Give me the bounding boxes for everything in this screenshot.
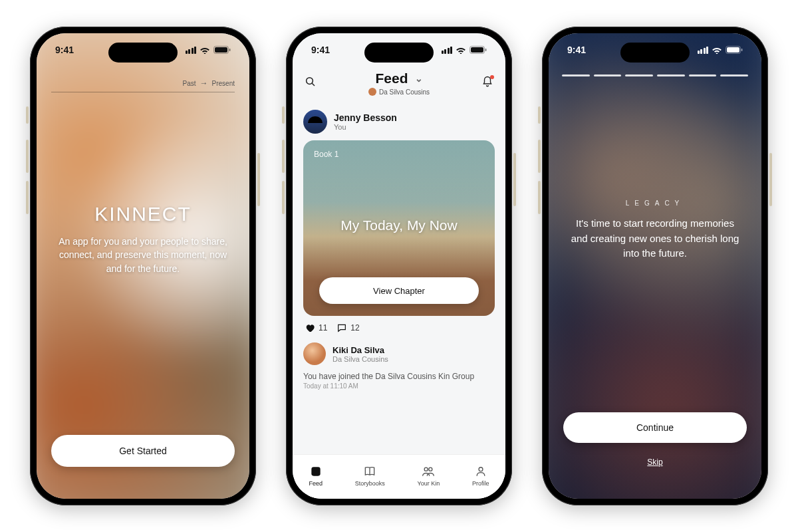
legacy-eyebrow: LEGACY <box>567 200 743 207</box>
svg-point-10 <box>425 467 428 471</box>
svg-rect-8 <box>311 467 320 475</box>
app-tagline: An app for you and your people to share,… <box>57 235 229 275</box>
notification-badge <box>490 75 494 79</box>
post-author-name: Jenny Besson <box>334 112 397 123</box>
svg-point-11 <box>429 467 432 471</box>
chevron-down-icon: ⌄ <box>415 73 423 84</box>
legacy-description: It's time to start recording memories an… <box>567 216 743 261</box>
notifications-icon[interactable] <box>481 76 493 90</box>
battery-icon <box>213 46 231 54</box>
svg-rect-4 <box>471 47 483 53</box>
post-author-row[interactable]: Kiki Da Silva Da Silva Cousins <box>303 342 495 365</box>
arrow-right-icon: → <box>200 78 208 88</box>
phone-frame-legacy: 9:41 LEGACY It's time to start recording… <box>542 27 768 505</box>
phone-frame-welcome: 9:41 Past → Present KINNECT An <box>30 27 256 505</box>
continue-button[interactable]: Continue <box>563 412 747 443</box>
like-button[interactable]: 11 <box>305 323 327 333</box>
status-time: 9:41 <box>311 45 330 55</box>
dynamic-island <box>620 43 690 63</box>
dynamic-island <box>108 43 178 63</box>
storybook-card[interactable]: Book 1 My Today, My Now View Chapter <box>303 140 495 316</box>
like-count: 11 <box>319 323 327 332</box>
post-author-row[interactable]: Jenny Besson You <box>303 110 495 134</box>
post-author-group: Da Silva Cousins <box>332 355 388 363</box>
svg-rect-1 <box>215 47 227 53</box>
tab-profile[interactable]: Profile <box>472 465 489 487</box>
app-title: KINNECT <box>57 203 229 225</box>
post-author-relation: You <box>334 123 397 131</box>
phone-frame-feed: 9:41 Feed ⌄ <box>286 27 512 505</box>
svg-rect-14 <box>727 47 739 53</box>
system-message: You have joined the Da Silva Cousins Kin… <box>303 372 495 381</box>
wifi-icon <box>712 46 722 54</box>
battery-icon <box>726 46 743 54</box>
cellular-icon <box>186 46 197 54</box>
tab-bar: Feed Storybooks Your Kin Profile <box>293 454 505 499</box>
cellular-icon <box>442 46 453 54</box>
wifi-icon <box>200 46 210 54</box>
get-started-button[interactable]: Get Started <box>51 435 235 467</box>
feed-subtitle: Da Silva Cousins <box>317 88 481 96</box>
feed-title-dropdown[interactable]: Feed ⌄ <box>375 70 422 86</box>
post-timestamp: Today at 11:10 AM <box>303 382 495 390</box>
svg-line-7 <box>312 83 315 86</box>
wifi-icon <box>456 46 466 54</box>
skip-link[interactable]: Skip <box>549 458 761 467</box>
comment-button[interactable]: 12 <box>336 323 359 333</box>
svg-rect-2 <box>229 49 231 51</box>
svg-rect-5 <box>485 49 487 51</box>
search-icon[interactable] <box>305 76 317 90</box>
status-time: 9:41 <box>55 45 74 55</box>
svg-rect-15 <box>741 49 743 51</box>
post-author-name: Kiki Da Silva <box>332 345 388 355</box>
tab-feed[interactable]: Feed <box>309 465 323 487</box>
view-chapter-button[interactable]: View Chapter <box>319 277 479 304</box>
battery-icon <box>469 46 487 54</box>
group-avatar-icon <box>368 88 376 96</box>
svg-point-12 <box>479 467 483 471</box>
timeline-label-row: Past → Present <box>51 78 235 92</box>
card-book-badge: Book 1 <box>314 150 338 159</box>
tab-storybooks[interactable]: Storybooks <box>355 465 385 487</box>
card-chapter-title: My Today, My Now <box>303 217 495 233</box>
comment-count: 12 <box>350 323 359 332</box>
past-label: Past <box>183 80 196 87</box>
onboarding-progress <box>562 74 748 76</box>
status-time: 9:41 <box>567 45 586 55</box>
cellular-icon <box>698 46 709 54</box>
app-store-triptych: 9:41 Past → Present KINNECT An <box>0 0 798 532</box>
svg-point-6 <box>307 78 313 84</box>
present-label: Present <box>212 80 235 87</box>
avatar <box>303 110 327 134</box>
avatar <box>303 342 326 365</box>
tab-your-kin[interactable]: Your Kin <box>418 465 440 487</box>
dynamic-island <box>364 43 434 63</box>
